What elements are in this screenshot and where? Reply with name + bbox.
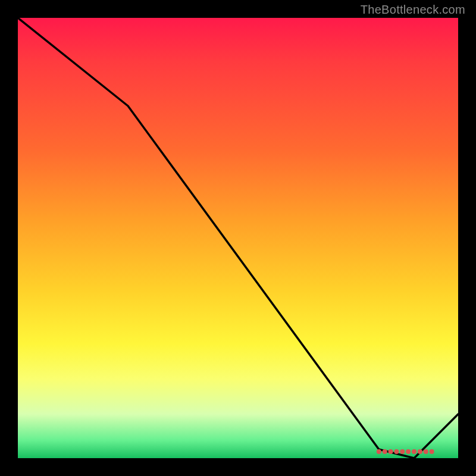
optimal-marker-dot bbox=[430, 449, 434, 454]
optimal-marker-dot bbox=[383, 449, 387, 454]
optimal-region-markers bbox=[377, 449, 434, 454]
optimal-marker-dot bbox=[389, 449, 393, 454]
optimal-marker-dot bbox=[400, 449, 405, 454]
optimal-marker-dot bbox=[418, 449, 422, 454]
optimal-marker-dot bbox=[424, 449, 428, 454]
optimal-marker-dot bbox=[412, 449, 416, 454]
chart-svg bbox=[18, 18, 458, 458]
chart-frame: TheBottleneck.com bbox=[0, 0, 476, 476]
optimal-marker-dot bbox=[406, 449, 411, 454]
optimal-marker-dot bbox=[394, 449, 399, 454]
plot-area bbox=[18, 18, 458, 458]
bottleneck-curve bbox=[18, 18, 458, 458]
watermark-text: TheBottleneck.com bbox=[361, 3, 465, 17]
optimal-marker-dot bbox=[377, 449, 381, 454]
